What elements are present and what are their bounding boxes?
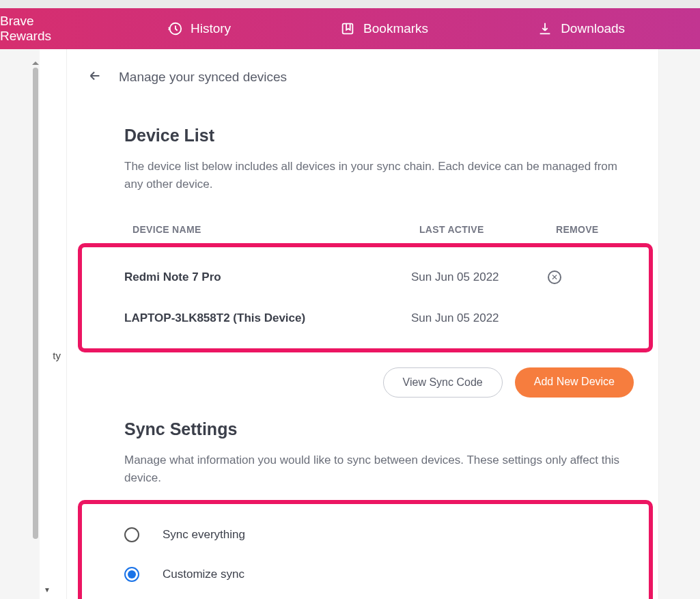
page-title: Manage your synced devices — [119, 70, 287, 85]
device-table-highlight: Redmi Note 7 ProSun Jun 05 2022✕LAPTOP-3… — [78, 243, 653, 352]
nav-label: Brave Rewards — [0, 14, 51, 44]
sync-option-row[interactable]: Customize sync — [124, 555, 606, 594]
sync-option-row[interactable]: Sync everything — [124, 515, 606, 555]
col-header-active: LAST ACTIVE — [419, 224, 556, 235]
nav-downloads[interactable]: Downloads — [537, 21, 625, 36]
remove-device-button[interactable]: ✕ — [548, 270, 561, 284]
nav-brave-rewards[interactable]: Brave Rewards — [0, 14, 51, 44]
radio-button[interactable] — [124, 567, 139, 582]
sync-settings-desc: Manage what information you would like t… — [124, 451, 630, 486]
history-icon — [167, 21, 182, 36]
sidebar-text-frag: ty — [53, 350, 61, 361]
nav-label: Bookmarks — [363, 21, 428, 36]
close-icon: ✕ — [551, 273, 558, 281]
nav-label: Downloads — [561, 21, 625, 36]
bookmarks-icon — [340, 21, 355, 36]
sync-options-highlight: Sync everythingCustomize sync — [78, 500, 653, 599]
radio-button[interactable] — [124, 527, 139, 542]
nav-history[interactable]: History — [167, 21, 231, 36]
left-gutter — [0, 49, 40, 599]
main-panel: Manage your synced devices Device List T… — [67, 49, 659, 599]
device-list-desc: The device list below includes all devic… — [124, 158, 630, 193]
radio-dot-icon — [128, 570, 136, 579]
scrollbar[interactable] — [31, 61, 40, 599]
device-row: Redmi Note 7 ProSun Jun 05 2022✕ — [124, 257, 606, 298]
view-sync-code-button[interactable]: View Sync Code — [383, 367, 503, 398]
sync-settings-title: Sync Settings — [124, 419, 634, 439]
device-name: Redmi Note 7 Pro — [124, 270, 411, 284]
device-name: LAPTOP-3LK858T2 (This Device) — [124, 311, 411, 325]
col-header-name: DEVICE NAME — [132, 224, 419, 235]
nav-bookmarks[interactable]: Bookmarks — [340, 21, 428, 36]
arrow-left-icon — [87, 68, 102, 83]
back-button[interactable] — [87, 68, 102, 86]
nav-label: History — [191, 21, 231, 36]
device-list-title: Device List — [124, 126, 634, 145]
col-header-remove: REMOVE — [556, 224, 624, 235]
radio-label: Customize sync — [163, 568, 244, 581]
scroll-up-icon[interactable] — [32, 61, 39, 65]
chevron-down-icon[interactable]: ▼ — [44, 586, 51, 594]
device-last-active: Sun Jun 05 2022 — [411, 270, 548, 284]
scroll-thumb[interactable] — [33, 68, 38, 539]
add-new-device-button[interactable]: Add New Device — [515, 367, 634, 398]
sidebar-fragment: ty ▼ — [40, 49, 67, 599]
browser-nav-bar: Brave Rewards History Bookmarks Download… — [0, 8, 700, 49]
device-row: LAPTOP-3LK858T2 (This Device)Sun Jun 05 … — [124, 298, 606, 339]
device-last-active: Sun Jun 05 2022 — [411, 311, 548, 325]
downloads-icon — [537, 21, 552, 36]
radio-label: Sync everything — [163, 528, 245, 542]
